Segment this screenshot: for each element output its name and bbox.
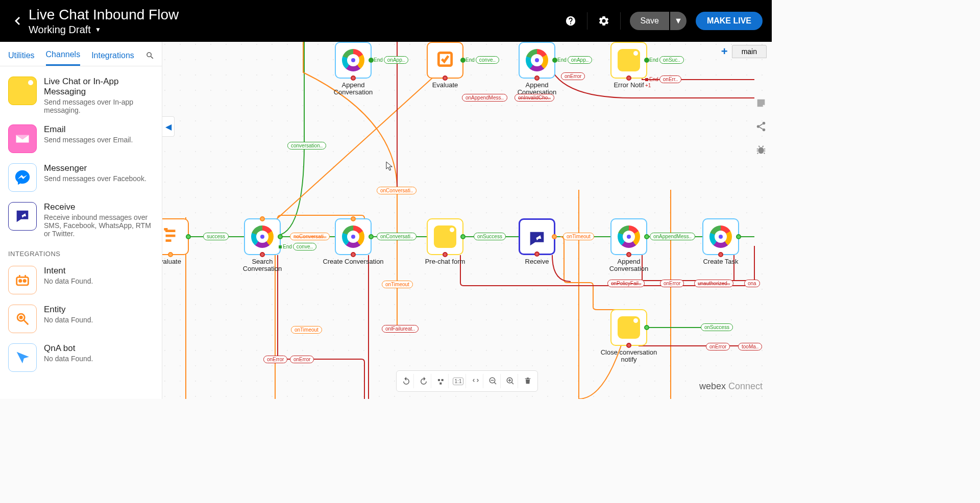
- node-create-conversation[interactable]: Create Conversation: [335, 218, 372, 265]
- sidebar-item-entity[interactable]: EntityNo data Found.: [0, 299, 162, 338]
- collapse-sidebar-button[interactable]: ◀: [162, 116, 175, 137]
- edge-label: onTimeout: [291, 326, 322, 334]
- svg-point-2: [23, 280, 26, 282]
- svg-line-14: [494, 382, 496, 384]
- debug-icon[interactable]: [755, 144, 767, 156]
- edge-label: onInvalidCho..: [514, 94, 554, 102]
- back-button[interactable]: [9, 9, 26, 33]
- tab-utilities[interactable]: Utilities: [8, 48, 35, 65]
- settings-icon[interactable]: [597, 14, 611, 28]
- zoom-in-button[interactable]: [503, 374, 518, 388]
- make-live-button[interactable]: MAKE LIVE: [696, 12, 763, 30]
- edge-label: tooMa..: [738, 343, 762, 350]
- svg-rect-0: [17, 277, 29, 285]
- edge-label: ona: [744, 280, 760, 287]
- node-prechat-form[interactable]: Pre-chat form: [427, 218, 463, 265]
- add-tab-button[interactable]: +: [721, 45, 728, 58]
- receive-icon: [8, 202, 37, 231]
- canvas-toolbox: 1:1: [396, 370, 538, 392]
- edge-label: onTimeout: [382, 281, 413, 288]
- edge-label: onSuccess: [701, 323, 733, 331]
- svg-rect-10: [441, 379, 443, 381]
- messenger-icon: [8, 163, 37, 192]
- edge-label: onError: [290, 356, 314, 363]
- flow-title: Live Chat Inbound Flow: [29, 7, 179, 23]
- sidebar-item-intent[interactable]: IntentNo data Found.: [0, 261, 162, 299]
- delete-button[interactable]: [520, 374, 535, 388]
- cursor-icon: [386, 161, 393, 171]
- edge-label: unauthorized..: [694, 280, 733, 287]
- zoom-out-button[interactable]: [485, 374, 501, 388]
- draft-dropdown[interactable]: Working Draft ▼: [29, 24, 179, 36]
- edge-label: onError: [561, 72, 585, 80]
- svg-point-19: [763, 122, 766, 125]
- node-search-conversation[interactable]: Search Conversation: [244, 218, 281, 273]
- qna-icon: [8, 343, 37, 372]
- edge-label: onAppendMess..: [650, 233, 695, 240]
- edge-label: onPolicyFail..: [607, 280, 645, 287]
- canvas-tab-main[interactable]: main: [732, 45, 767, 58]
- svg-line-18: [511, 382, 513, 384]
- share-icon[interactable]: [755, 120, 767, 133]
- chevron-down-icon: ▼: [95, 26, 101, 33]
- svg-line-6: [24, 320, 29, 325]
- svg-point-7: [20, 316, 22, 318]
- edge-label: onError: [263, 356, 287, 363]
- email-icon: [8, 124, 37, 153]
- right-rail: [750, 97, 772, 156]
- node-create-task[interactable]: Create Task: [702, 218, 739, 265]
- edge-label: onlFailureat..: [382, 325, 419, 333]
- save-dropdown[interactable]: ▼: [670, 12, 687, 30]
- svg-rect-11: [439, 383, 442, 385]
- redo-button[interactable]: [416, 374, 431, 388]
- sidebar-item-livechat[interactable]: Live Chat or In-App MessagingSend messag…: [0, 71, 162, 119]
- intent-icon: [8, 266, 37, 294]
- edge-label: onError: [660, 280, 684, 287]
- tab-channels[interactable]: Channels: [46, 47, 81, 66]
- edge-label: onSuccess: [474, 233, 506, 240]
- brand-label: webex Connect: [699, 381, 763, 392]
- fit-button[interactable]: 1:1: [451, 374, 466, 388]
- edge-label: success: [203, 233, 229, 240]
- edge-label: onTimeout: [563, 233, 594, 240]
- save-button[interactable]: Save: [630, 12, 669, 30]
- node-append-conversation-2[interactable]: Append Conversation: [519, 42, 555, 96]
- edge-label: conversation..: [287, 142, 326, 149]
- node-close-conversation-notify[interactable]: Close conversation notify: [610, 309, 647, 364]
- integrations-header: INTEGRATIONS: [0, 243, 162, 261]
- header: Live Chat Inbound Flow Working Draft ▼ S…: [0, 0, 772, 42]
- svg-point-20: [757, 125, 760, 128]
- node-append-conversation-3[interactable]: Append Conversation: [610, 218, 647, 273]
- sidebar-item-qna[interactable]: QnA botNo data Found.: [0, 338, 162, 377]
- sidebar-item-email[interactable]: EmailSend messages over Email.: [0, 119, 162, 158]
- node-append-conversation-1[interactable]: Append Conversation: [335, 42, 372, 96]
- sidebar-item-messenger[interactable]: MessengerSend messages over Facebook.: [0, 158, 162, 197]
- edge-label: onAppendMess..: [462, 94, 507, 102]
- edge-label: onError: [706, 343, 730, 350]
- search-icon[interactable]: [145, 51, 155, 62]
- svg-point-22: [758, 147, 764, 154]
- node-receive[interactable]: Receive: [519, 218, 555, 265]
- livechat-icon: [8, 77, 37, 105]
- node-error-notif[interactable]: Error Notif: [610, 42, 647, 89]
- sidebar: Utilities Channels Integrations Live Cha…: [0, 42, 162, 399]
- edge-label: onConversati..: [377, 233, 416, 240]
- node-evaluate-2[interactable]: valuate: [162, 218, 189, 265]
- entity-icon: [8, 305, 37, 333]
- edge-label: noConversati..: [290, 233, 330, 240]
- tab-integrations[interactable]: Integrations: [91, 48, 134, 65]
- edge-label: onConversati..: [377, 187, 416, 194]
- undo-button[interactable]: [399, 374, 414, 388]
- svg-point-21: [763, 129, 766, 131]
- svg-rect-9: [438, 379, 440, 381]
- svg-point-1: [19, 280, 21, 282]
- align-button[interactable]: [433, 374, 449, 388]
- sidebar-item-receive[interactable]: ReceiveReceive inbound messages over SMS…: [0, 197, 162, 243]
- note-icon[interactable]: [755, 97, 767, 109]
- flow-canvas[interactable]: + main: [162, 42, 772, 399]
- collapse-all-button[interactable]: [468, 374, 483, 388]
- help-icon[interactable]: [564, 14, 578, 28]
- node-evaluate-1[interactable]: Evaluate: [427, 42, 463, 89]
